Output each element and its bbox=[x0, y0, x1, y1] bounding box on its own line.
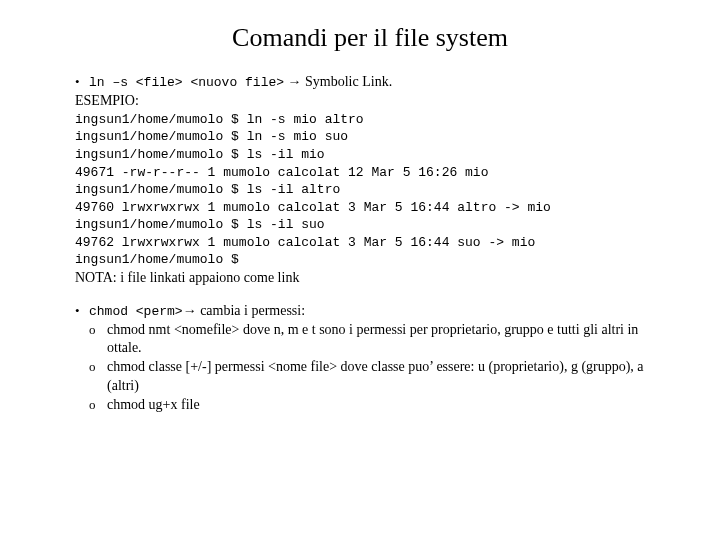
chmod-line: chmod <perm>→ cambia i permessi: bbox=[89, 302, 305, 321]
sub-bullet-icon: o bbox=[89, 358, 107, 376]
ln-bullet: • ln –s <file> <nuovo file> → Symbolic L… bbox=[75, 73, 665, 92]
chmod-command: chmod <perm> bbox=[89, 304, 183, 319]
bullet-icon: • bbox=[75, 302, 89, 320]
chmod-sub-text: chmod ug+x file bbox=[107, 396, 200, 415]
ln-section: • ln –s <file> <nuovo file> → Symbolic L… bbox=[75, 73, 665, 288]
chmod-sub-1: o chmod nmt <nomefile> dove n, m e t son… bbox=[89, 321, 665, 359]
sub-bullet-icon: o bbox=[89, 396, 107, 414]
ln-line: ln –s <file> <nuovo file> → Symbolic Lin… bbox=[89, 73, 392, 92]
chmod-section: • chmod <perm>→ cambia i permessi: o chm… bbox=[75, 302, 665, 415]
chmod-sub-2: o chmod classe [+/-] permessi <nome file… bbox=[89, 358, 665, 396]
ln-command: ln –s <file> <nuovo file> bbox=[89, 75, 284, 90]
esempio-label: ESEMPIO: bbox=[75, 92, 665, 111]
chmod-sub-text: chmod classe [+/-] permessi <nome file> … bbox=[107, 358, 665, 396]
arrow-icon: → bbox=[183, 303, 201, 318]
ln-desc: Symbolic Link. bbox=[305, 74, 392, 89]
nota-text: NOTA: i file linkati appaiono come link bbox=[75, 269, 665, 288]
page-title: Comandi per il file system bbox=[75, 20, 665, 55]
chmod-sub-text: chmod nmt <nomefile> dove n, m e t sono … bbox=[107, 321, 665, 359]
chmod-sub-3: o chmod ug+x file bbox=[89, 396, 665, 415]
bullet-icon: • bbox=[75, 73, 89, 91]
chmod-desc: cambia i permessi: bbox=[200, 303, 305, 318]
chmod-bullet: • chmod <perm>→ cambia i permessi: bbox=[75, 302, 665, 321]
arrow-icon: → bbox=[288, 74, 306, 89]
terminal-output: ingsun1/home/mumolo $ ln -s mio altro in… bbox=[75, 111, 665, 269]
sub-bullet-icon: o bbox=[89, 321, 107, 339]
